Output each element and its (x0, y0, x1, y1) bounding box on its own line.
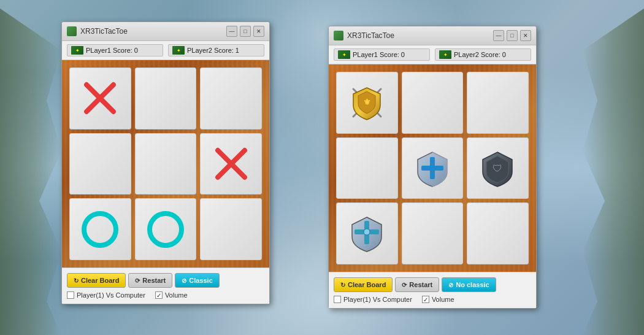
cell-1-1[interactable] (135, 133, 197, 195)
classic-button-1[interactable]: ⊘ Classic (175, 273, 220, 288)
svg-rect-4 (421, 166, 443, 171)
cell-1-0[interactable] (69, 133, 131, 195)
cell2-0-2[interactable] (467, 72, 529, 134)
cell-0-2[interactable] (200, 67, 262, 129)
clear-board-button-2[interactable]: ↻ Clear Board (334, 277, 393, 292)
mark-o-2-1 (147, 211, 184, 248)
controls-1: ↻ Clear Board ⟳ Restart ⊘ Classic Player… (62, 268, 269, 304)
window-controls-2: — □ ✕ (493, 30, 531, 41)
restart-icon-1: ⟳ (135, 277, 140, 284)
shield-cross-icon (347, 214, 387, 253)
svg-text:🛡: 🛡 (493, 163, 502, 174)
svg-point-8 (364, 229, 370, 235)
player2-icon-2 (439, 50, 451, 59)
cell-2-0[interactable] (69, 198, 131, 260)
cell2-1-2[interactable]: 🛡 (467, 137, 529, 199)
cell2-0-1[interactable] (402, 72, 464, 134)
shield-gold-icon: ⚜ (347, 83, 387, 123)
close-button-1[interactable]: ✕ (253, 26, 264, 37)
checkbox-row-1: Player(1) Vs Computer Volume (67, 291, 264, 299)
checkbox-row-2: Player(1) Vs Computer Volume (334, 296, 531, 303)
volume-checkbox-1[interactable] (155, 291, 163, 299)
board-grid-1 (69, 67, 262, 260)
shield-dark-icon: 🛡 (478, 148, 518, 188)
close-button-2[interactable]: ✕ (520, 30, 531, 41)
minimize-button-1[interactable]: — (226, 26, 237, 37)
classic-button-2[interactable]: ⊘ No classic (442, 277, 496, 292)
player2-score-text-2: PLayer2 Score: 0 (454, 51, 506, 58)
restart-icon-2: ⟳ (402, 282, 407, 288)
controls-2: ↻ Clear Board ⟳ Restart ⊘ No classic Pla… (329, 272, 536, 308)
minimize-button-2[interactable]: — (493, 30, 504, 41)
clear-board-button-1[interactable]: ↻ Clear Board (67, 273, 126, 288)
classic-icon-2: ⊘ (448, 282, 453, 288)
player2-icon-1 (172, 46, 185, 55)
button-row-2: ↻ Clear Board ⟳ Restart ⊘ No classic (334, 277, 531, 292)
player2-score-text-1: PLayer2 Score: 1 (187, 47, 239, 54)
cell-1-2[interactable] (200, 133, 262, 195)
clear-icon-2: ↻ (340, 282, 345, 288)
player1-score-1: PLayer1 Score: 0 (67, 44, 163, 56)
cell2-1-1[interactable] (402, 137, 464, 199)
svg-text:⚜: ⚜ (362, 97, 370, 107)
window-2: XR3TicTacToe — □ ✕ PLayer1 Score: 0 PLay… (328, 26, 537, 309)
score-bar-2: PLayer1 Score: 0 PLayer2 Score: 0 (329, 45, 536, 64)
player2-score-2: PLayer2 Score: 0 (435, 48, 531, 61)
cell2-2-2[interactable] (467, 202, 529, 264)
volume-label-2[interactable]: Volume (422, 296, 454, 303)
player-vs-computer-checkbox-1[interactable] (67, 291, 74, 299)
cell2-2-0[interactable] (336, 202, 398, 264)
window-1: XR3TicTacToe — □ ✕ PLayer1 Score: 0 PLay… (61, 21, 270, 304)
player1-score-text-1: PLayer1 Score: 0 (86, 47, 138, 54)
restart-button-1[interactable]: ⟳ Restart (128, 273, 172, 288)
window-title-2: XR3TicTacToe (347, 31, 489, 40)
classic-icon-1: ⊘ (182, 277, 186, 284)
volume-checkbox-2[interactable] (422, 296, 429, 303)
mark-x-1-2 (213, 145, 250, 182)
player-vs-computer-label-2[interactable]: Player(1) Vs Computer (334, 296, 412, 303)
app-icon-2 (334, 31, 343, 40)
player-vs-computer-label-1[interactable]: Player(1) Vs Computer (67, 291, 145, 299)
shield-blue-icon (413, 148, 453, 188)
app-icon-1 (67, 26, 77, 36)
clear-icon-1: ↻ (74, 277, 79, 284)
score-bar-1: PLayer1 Score: 0 PLayer2 Score: 1 (62, 41, 269, 60)
player1-icon-1 (71, 46, 83, 55)
title-bar-1: XR3TicTacToe — □ ✕ (62, 22, 269, 41)
cell2-0-0[interactable]: ⚜ (336, 72, 398, 134)
player2-score-1: PLayer2 Score: 1 (168, 44, 264, 56)
cell2-2-1[interactable] (402, 202, 464, 264)
player1-score-2: PLayer1 Score: 0 (334, 48, 430, 61)
board-area-2: ⚜ (329, 64, 536, 272)
player1-icon-2 (338, 50, 350, 59)
window-title-1: XR3TicTacToe (80, 27, 223, 36)
mark-o-2-0 (82, 211, 118, 248)
cell-2-1[interactable] (135, 198, 197, 260)
button-row-1: ↻ Clear Board ⟳ Restart ⊘ Classic (67, 273, 264, 288)
board-grid-2: ⚜ (336, 72, 529, 264)
player-vs-computer-checkbox-2[interactable] (334, 296, 341, 303)
mark-x-0-0 (82, 80, 118, 117)
maximize-button-1[interactable]: □ (240, 26, 251, 37)
cell2-1-0[interactable] (336, 137, 398, 199)
cell-2-2[interactable] (200, 198, 262, 260)
cell-0-0[interactable] (69, 67, 131, 129)
board-area-1 (62, 60, 269, 268)
cell-0-1[interactable] (135, 67, 197, 129)
restart-button-2[interactable]: ⟳ Restart (395, 277, 439, 292)
title-bar-2: XR3TicTacToe — □ ✕ (329, 26, 536, 45)
player1-score-text-2: PLayer1 Score: 0 (353, 51, 405, 58)
window-controls-1: — □ ✕ (226, 26, 264, 37)
maximize-button-2[interactable]: □ (507, 30, 518, 41)
volume-label-1[interactable]: Volume (155, 291, 188, 299)
